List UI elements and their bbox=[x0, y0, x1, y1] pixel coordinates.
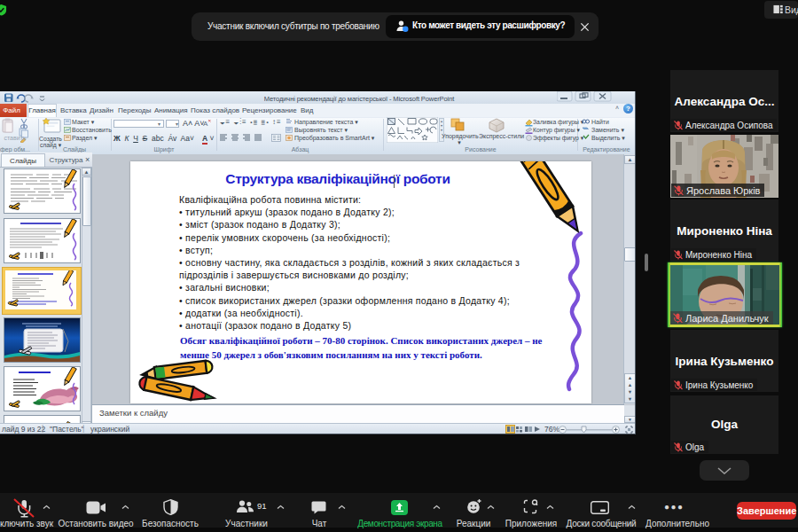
svg-text:A: A bbox=[203, 120, 208, 128]
